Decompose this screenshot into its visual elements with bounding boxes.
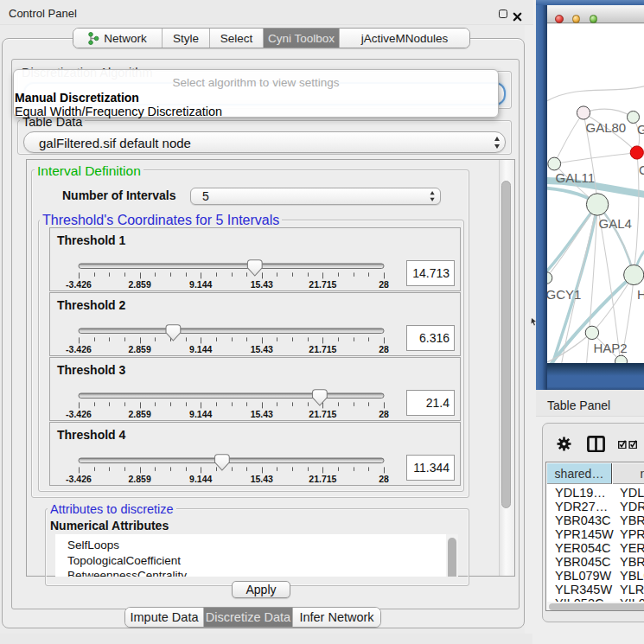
svg-text:C: C bbox=[639, 162, 644, 176]
svg-text:21.715: 21.715 bbox=[309, 279, 336, 290]
svg-text:-3.426: -3.426 bbox=[66, 344, 92, 354]
svg-text:15.43: 15.43 bbox=[251, 409, 273, 419]
svg-text:9.144: 9.144 bbox=[189, 279, 212, 290]
svg-text:9.144: 9.144 bbox=[189, 409, 212, 419]
svg-text:2.859: 2.859 bbox=[128, 474, 150, 484]
svg-text:HAP2: HAP2 bbox=[593, 340, 627, 354]
svg-text:2.859: 2.859 bbox=[128, 409, 150, 419]
svg-text:GCY1: GCY1 bbox=[547, 287, 581, 302]
svg-text:GAL11: GAL11 bbox=[555, 170, 595, 185]
svg-text:21.715: 21.715 bbox=[309, 344, 336, 354]
svg-text:2.859: 2.859 bbox=[128, 344, 150, 354]
svg-text:28: 28 bbox=[379, 279, 389, 290]
svg-text:GAL80: GAL80 bbox=[585, 120, 626, 135]
svg-text:21.715: 21.715 bbox=[309, 409, 336, 419]
svg-text:28: 28 bbox=[379, 409, 389, 419]
svg-text:15.43: 15.43 bbox=[251, 474, 273, 484]
svg-text:28: 28 bbox=[379, 344, 389, 354]
svg-text:-3.426: -3.426 bbox=[66, 409, 92, 419]
svg-text:21.715: 21.715 bbox=[309, 474, 336, 484]
svg-text:-3.426: -3.426 bbox=[66, 474, 92, 484]
svg-text:2.859: 2.859 bbox=[128, 279, 150, 290]
svg-text:GA: GA bbox=[637, 121, 644, 136]
svg-text:9.144: 9.144 bbox=[189, 474, 212, 484]
svg-text:28: 28 bbox=[379, 474, 389, 484]
svg-text:GAL4: GAL4 bbox=[598, 216, 631, 231]
svg-text:9.144: 9.144 bbox=[189, 344, 212, 354]
svg-text:-3.426: -3.426 bbox=[66, 279, 92, 290]
svg-text:15.43: 15.43 bbox=[251, 344, 273, 354]
svg-text:HI: HI bbox=[637, 286, 644, 301]
svg-text:15.43: 15.43 bbox=[251, 279, 273, 290]
